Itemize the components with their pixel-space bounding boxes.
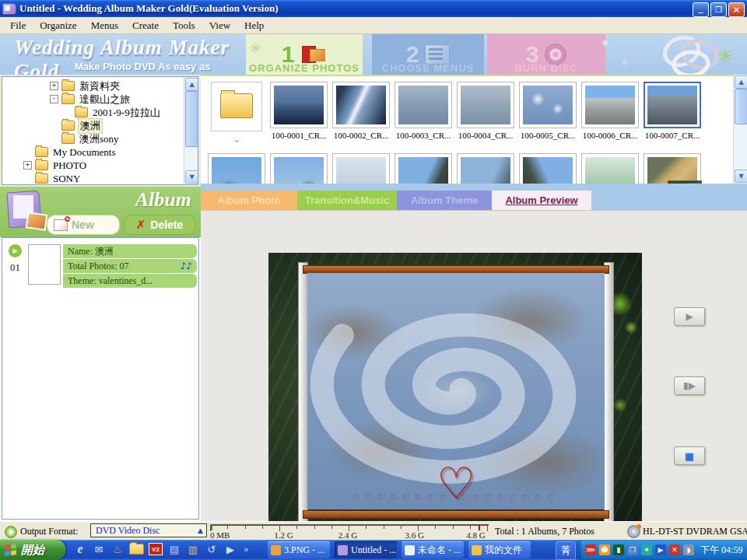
tab-transition-music[interactable]: Transition&Music — [297, 191, 397, 210]
tree-item[interactable]: 2001-9-9拉拉山 — [2, 106, 198, 119]
tray-update-icon[interactable]: ✦ — [641, 544, 652, 555]
scroll-down-icon[interactable]: ▼ — [735, 170, 747, 183]
taskbar-task[interactable]: 未命名 - ... — [402, 541, 464, 558]
start-button[interactable]: 開始 — [0, 540, 65, 560]
menu-create[interactable]: Create — [125, 18, 166, 33]
photo-thumbnail[interactable] — [644, 82, 701, 128]
tree-item[interactable]: 澳洲 — [2, 119, 198, 132]
tab-album-theme[interactable]: Album Theme — [397, 191, 492, 210]
tree-item[interactable]: 澳洲sony — [2, 132, 198, 145]
scrollbar-thumb[interactable] — [185, 91, 198, 147]
menu-menus[interactable]: Menus — [84, 18, 125, 33]
ime-indicator[interactable]: 菁 — [556, 541, 576, 560]
photo-thumbnail[interactable] — [395, 82, 452, 128]
photo-thumbnail[interactable] — [457, 153, 514, 184]
expand-icon[interactable]: + — [23, 161, 32, 170]
thumbnail-cell[interactable] — [330, 153, 392, 184]
parent-folder-thumbnail[interactable] — [211, 82, 262, 131]
thumbnail-cell[interactable] — [205, 153, 268, 184]
play-button[interactable]: ▶ — [674, 307, 705, 326]
tree-item[interactable]: +PHOTO — [2, 159, 198, 172]
menu-organize[interactable]: Organize — [33, 18, 83, 33]
tray-player-icon[interactable]: ▶ — [655, 544, 666, 555]
scroll-down-icon[interactable]: ▼ — [185, 170, 198, 184]
tree-item[interactable]: -達觀山之旅 — [2, 93, 198, 106]
restore-button[interactable] — [710, 2, 727, 17]
photo-thumbnail[interactable] — [208, 153, 265, 184]
new-album-button[interactable]: New — [47, 215, 120, 235]
photo-thumbnail[interactable] — [332, 82, 390, 128]
photo-thumbnail[interactable] — [332, 153, 390, 184]
tray-equalizer-icon[interactable]: ▮ — [613, 544, 624, 555]
taskbar-task[interactable]: 我的文件 — [468, 541, 531, 558]
tray-updater-icon[interactable]: ⋙ — [585, 544, 596, 555]
tree-item[interactable]: +新資料夾 — [2, 79, 198, 93]
photo-thumbnail[interactable] — [457, 82, 514, 128]
photo-thumbnail[interactable] — [270, 153, 328, 184]
minimize-button[interactable] — [693, 2, 709, 17]
tab-album-preview[interactable]: Album Preview — [492, 191, 591, 210]
thumbnail-cell[interactable] — [454, 153, 517, 184]
photo-thumbnail[interactable] — [270, 82, 328, 128]
v2-icon[interactable]: V2 — [149, 543, 163, 555]
refresh-icon[interactable]: ↺ — [205, 542, 219, 556]
delete-album-button[interactable]: ✗ Delete — [123, 215, 196, 235]
thumbnail-cell[interactable]: 100-0004_CR... — [454, 82, 517, 140]
outlook-icon[interactable]: ✉ — [92, 542, 106, 556]
thumbnail-cell[interactable]: 100-0001_CR... — [268, 82, 330, 140]
thumbnail-cell[interactable] — [392, 153, 454, 184]
photo-thumbnail[interactable] — [581, 82, 639, 128]
tray-safely-remove-icon[interactable]: ✕ — [669, 544, 680, 555]
thumbnail-cell[interactable]: 100-0003_CR... — [392, 82, 454, 140]
tree-scrollbar[interactable]: ▲ ▼ — [184, 77, 198, 184]
media-player-icon[interactable]: ▶ — [223, 542, 237, 556]
entry-play-icon[interactable]: ▶ — [9, 244, 22, 257]
folder-icon[interactable] — [129, 544, 144, 555]
photo-thumbnail[interactable] — [519, 153, 577, 184]
scroll-up-icon[interactable]: ▲ — [185, 78, 198, 91]
thumbnail-cell[interactable]: 100-0002_CR... — [330, 82, 392, 140]
collapse-icon[interactable]: - — [50, 95, 58, 103]
entry-thumbnail[interactable] — [28, 244, 61, 285]
step-choose-menus[interactable]: 2 CHOOSE MENUS — [372, 34, 484, 75]
close-button[interactable] — [728, 2, 745, 17]
tray-agent-icon[interactable]: ☻ — [599, 544, 610, 555]
tree-item[interactable]: My Documents — [2, 145, 198, 159]
scrollbar-thumb[interactable] — [735, 89, 747, 124]
output-format-select[interactable]: DVD Video Disc ▲ — [90, 523, 207, 537]
menu-file[interactable]: File — [3, 18, 33, 33]
tray-volume-icon[interactable]: ◗ — [683, 544, 694, 555]
thumbnail-cell[interactable] — [517, 153, 579, 184]
tree-item[interactable]: SONY — [2, 172, 198, 185]
tray-network-icon[interactable]: ❐ — [627, 544, 638, 555]
media-book-icon[interactable]: ▥ — [186, 542, 200, 556]
scroll-up-icon[interactable]: ▲ — [735, 75, 747, 89]
thumbnail-cell[interactable] — [579, 153, 641, 184]
thumbnails-scrollbar[interactable]: ▲ ▼ — [733, 75, 747, 184]
menu-tools[interactable]: Tools — [166, 18, 202, 33]
ie-icon[interactable]: e — [73, 542, 87, 556]
step-organize-photos[interactable]: ✳ 1 ORGANIZE PHOTOS — [246, 34, 363, 75]
quick-launch-overflow-icon[interactable]: » — [244, 544, 249, 555]
document-icon[interactable]: ▤ — [167, 542, 181, 556]
tab-album-photo[interactable]: Album Photo — [201, 191, 297, 210]
thumbnail-cell[interactable]: 100-0006_CR... — [579, 82, 641, 140]
step-forward-button[interactable]: ▮▶ — [674, 376, 705, 395]
expand-icon[interactable]: + — [50, 82, 58, 90]
step-burn-disc[interactable]: 3 BURN DISC — [487, 34, 605, 75]
thumbnail-cell[interactable]: 100-0005_CR... — [517, 82, 579, 140]
thumbnail-cell[interactable]: 26% — [641, 153, 703, 184]
album-entry[interactable]: ▶01Name: 澳洲Total Photos: 07♪♪Theme: vale… — [2, 238, 198, 292]
thumbnail-cell[interactable] — [268, 153, 330, 184]
acdsee-icon[interactable]: ♨ — [110, 542, 124, 556]
thumbnail-cell[interactable]: .. — [205, 82, 268, 143]
taskbar-task[interactable]: 3.PNG - ... — [268, 541, 330, 558]
photo-thumbnail[interactable] — [581, 153, 639, 184]
photo-thumbnail[interactable]: 26% — [644, 153, 701, 184]
stop-button[interactable]: ■ — [674, 446, 705, 465]
photo-thumbnail[interactable] — [519, 82, 577, 128]
menu-help[interactable]: Help — [237, 18, 271, 33]
taskbar-task[interactable]: Untitled - ... — [335, 541, 397, 558]
photo-thumbnail[interactable] — [395, 153, 452, 184]
thumbnail-cell[interactable]: 100-0007_CR... — [641, 82, 703, 140]
